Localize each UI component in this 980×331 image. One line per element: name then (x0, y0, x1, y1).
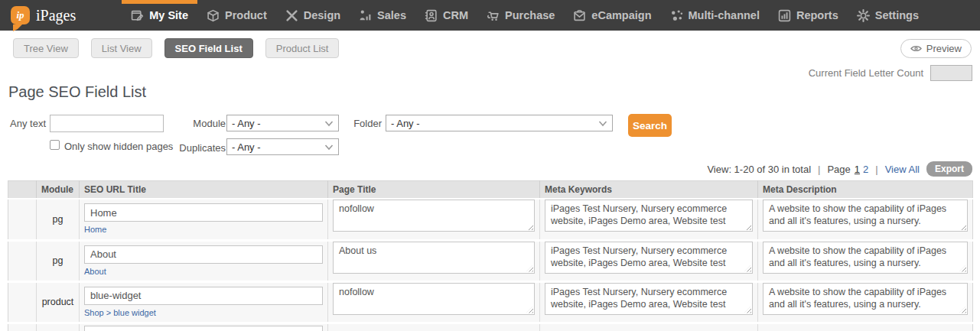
meta-keywords-cell: iPages Test Nursery, Nursery ecommerce w… (540, 199, 758, 240)
nav-item-my-site[interactable]: My Site (122, 0, 197, 31)
sales-icon (359, 9, 372, 22)
meta-keywords-textarea[interactable]: iPages Test Nursery, Nursery ecommerce w… (545, 283, 753, 315)
page-title-textarea[interactable]: About us (333, 242, 535, 274)
duplicates-select-value: - Any - (232, 141, 261, 153)
preview-button[interactable]: Preview (900, 39, 972, 58)
nav-item-ecampaign[interactable]: eCampaign (564, 0, 660, 31)
nav-item-label: Purchase (505, 9, 555, 21)
letter-count-field[interactable] (930, 65, 972, 81)
page-path-link[interactable]: About (84, 267, 106, 276)
nav-item-label: Settings (875, 9, 919, 21)
nav-item-label: Product (225, 9, 267, 21)
separator: | (875, 164, 877, 175)
any-text-label: Any text (0, 118, 46, 129)
page-title-textarea[interactable]: nofollow (333, 200, 535, 232)
page-title-cell: nofollow (328, 199, 540, 240)
page-label: Page (827, 164, 850, 175)
crm-icon (425, 9, 438, 22)
seo-field-table: Module SEO URL Title Page Title Meta Key… (8, 180, 973, 331)
module-cell: pg (37, 199, 80, 240)
page-title-textarea[interactable]: nofollow (333, 283, 535, 315)
page-title-cell: nofollow (328, 281, 540, 323)
seo-url-input[interactable] (84, 287, 323, 305)
module-cell (37, 323, 80, 331)
nav-item-sales[interactable]: Sales (350, 0, 415, 31)
seo-url-input[interactable] (84, 245, 323, 264)
meta-description-textarea[interactable]: A website to show the capability of iPag… (763, 283, 968, 315)
main-menu: My Site Product Design Sales CRM Purchas… (122, 0, 928, 31)
page-number-current[interactable]: 1 (855, 164, 860, 175)
chevron-down-icon (598, 120, 607, 127)
nav-item-reports[interactable]: Reports (769, 0, 848, 31)
tab-list-view[interactable]: List View (91, 38, 152, 58)
nav-item-purchase[interactable]: Purchase (477, 0, 564, 31)
view-all-link[interactable]: View All (885, 164, 920, 175)
nav-item-label: Sales (377, 9, 406, 21)
page-number-link[interactable]: 2 (863, 164, 868, 175)
hidden-pages-checkbox[interactable] (50, 140, 60, 150)
seo-url-cell (80, 323, 328, 331)
seo-url-input[interactable] (84, 326, 323, 331)
brand-name: iPages (36, 7, 76, 24)
col-header-meta-keywords: Meta Keywords (540, 181, 758, 200)
tab-seo-field-list[interactable]: SEO Field List (164, 38, 253, 58)
top-nav: ip iPages My Site Product Design Sales (0, 0, 980, 31)
pagination-row: View: 1-20 of 30 in total | Page 1 2 | V… (707, 161, 972, 177)
export-button[interactable]: Export (926, 161, 972, 177)
col-header-seo-url-title: SEO URL Title (80, 181, 328, 200)
meta-keywords-textarea[interactable]: iPages Test Nursery, Nursery ecommerce w… (545, 242, 753, 274)
settings-icon (857, 9, 870, 22)
multi-channel-icon (670, 9, 683, 22)
col-header-page-title: Page Title (328, 181, 540, 200)
my-site-icon (131, 9, 144, 22)
separator: | (818, 164, 820, 175)
page-title: Page SEO Field List (8, 83, 146, 101)
nav-item-settings[interactable]: Settings (848, 0, 928, 31)
page-title-cell: About us (328, 240, 540, 281)
eye-icon (910, 44, 922, 53)
nav-item-product[interactable]: Product (197, 0, 276, 31)
nav-item-crm[interactable]: CRM (415, 0, 477, 31)
tab-tree-view[interactable]: Tree View (13, 38, 79, 58)
meta-keywords-textarea[interactable]: iPages Test Nursery, Nursery ecommerce w… (545, 200, 753, 232)
seo-url-cell: Shop > blue widget (80, 281, 328, 323)
tab-product-list[interactable]: Product List (265, 38, 340, 58)
preview-button-label: Preview (926, 43, 962, 54)
module-label: Module (149, 118, 226, 129)
seo-url-input[interactable] (84, 203, 323, 222)
folder-select[interactable]: - Any - (386, 115, 613, 131)
page-path-link[interactable]: Home (84, 225, 106, 234)
nav-item-label: eCampaign (591, 9, 651, 21)
thumbnail-cell (8, 323, 37, 331)
meta-keywords-cell (540, 323, 758, 331)
letter-count-row: Current Field Letter Count (809, 65, 972, 81)
nav-item-multi-channel[interactable]: Multi-channel (661, 0, 769, 31)
brand-logo[interactable]: ip iPages (0, 0, 76, 31)
duplicates-label: Duplicates (149, 142, 226, 154)
ecampaign-icon (573, 9, 586, 22)
module-cell: pg (37, 240, 80, 281)
col-header-meta-description: Meta Description (758, 181, 973, 200)
nav-item-label: Multi-channel (689, 9, 760, 21)
table-row: pg About About us iPages Test Nursery, N… (8, 240, 973, 281)
meta-description-cell: A website to show the capability of iPag… (758, 281, 973, 323)
any-text-input[interactable] (50, 115, 164, 132)
meta-description-textarea[interactable]: A website to show the capability of iPag… (763, 200, 968, 232)
table-row: pg Home nofollow iPages Test Nursery, Nu… (8, 199, 973, 240)
app-window: ip iPages My Site Product Design Sales (0, 0, 980, 331)
page-path-link[interactable]: Shop > blue widget (84, 308, 156, 317)
duplicates-select[interactable]: - Any - (226, 138, 339, 155)
meta-description-cell: A website to show the capability of iPag… (758, 199, 973, 240)
module-select-value: - Any - (232, 118, 261, 129)
col-header-thumbnail (8, 181, 37, 200)
nav-item-design[interactable]: Design (276, 0, 350, 31)
chevron-down-icon (324, 144, 334, 151)
search-button[interactable]: Search (628, 114, 672, 137)
reports-icon (778, 9, 791, 22)
folder-select-value: - Any - (391, 118, 420, 129)
product-icon (207, 9, 220, 22)
view-count-text: View: 1-20 of 30 in total (707, 164, 811, 175)
meta-description-textarea[interactable]: A website to show the capability of iPag… (763, 242, 968, 274)
nav-item-label: My Site (149, 9, 188, 21)
page-title-cell (328, 323, 540, 331)
